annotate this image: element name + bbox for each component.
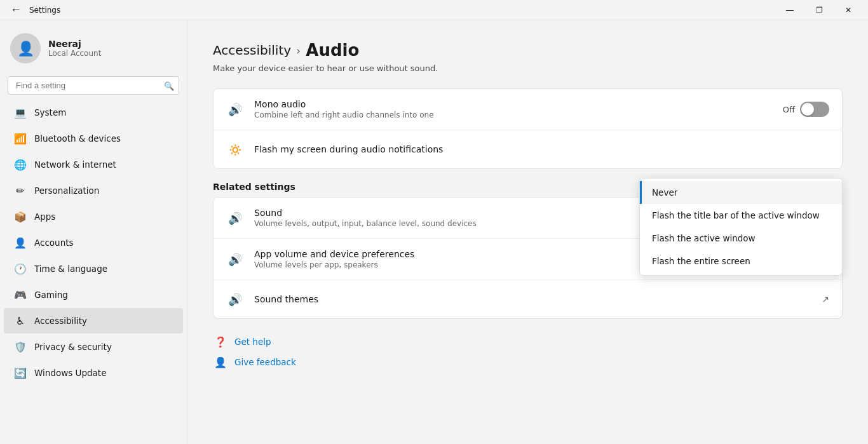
nav-icon-gaming: 🎮 (14, 288, 27, 301)
search-box[interactable]: 🔍 (8, 76, 179, 95)
sidebar-item-privacy[interactable]: 🛡️ Privacy & security (4, 334, 183, 360)
nav-icon-personalization: ✏️ (14, 184, 27, 197)
user-name: Neeraj (48, 39, 101, 49)
dropdown-item-flash-title[interactable]: Flash the title bar of the active window (640, 204, 842, 227)
nav-label-system: System (34, 107, 66, 118)
nav-icon-accessibility: ♿ (14, 314, 27, 327)
toggle-thumb (801, 103, 814, 116)
avatar: 👤 (10, 33, 41, 64)
nav-label-personalization: Personalization (34, 185, 99, 196)
dropdown-item-flash-window[interactable]: Flash the active window (640, 227, 842, 250)
sound-themes-external-icon: ↗ (822, 294, 829, 304)
sidebar-item-apps[interactable]: 📦 Apps (4, 204, 183, 229)
dropdown-item-flash-screen[interactable]: Flash the entire screen (640, 250, 842, 272)
sidebar-item-accounts[interactable]: 👤 Accounts (4, 230, 183, 255)
maximize-button[interactable]: ❐ (804, 0, 834, 20)
user-type: Local Account (48, 49, 101, 58)
mono-audio-icon: 🔊 (226, 100, 244, 118)
user-info: Neeraj Local Account (48, 39, 101, 58)
nav-label-accounts: Accounts (34, 238, 74, 248)
dropdown-item-never[interactable]: Never (640, 181, 842, 204)
sidebar-nav: 💻 System 📶 Bluetooth & devices 🌐 Network… (0, 100, 187, 386)
sidebar-item-bluetooth[interactable]: 📶 Bluetooth & devices (4, 126, 183, 151)
search-icon: 🔍 (164, 81, 174, 90)
nav-icon-time: 🕐 (14, 262, 27, 275)
sound-themes-row[interactable]: 🔊 Sound themes ↗ (214, 280, 842, 318)
user-section[interactable]: 👤 Neeraj Local Account (0, 25, 187, 74)
sidebar-item-personalization[interactable]: ✏️ Personalization (4, 178, 183, 203)
footer-links: ❓ Get help 👤 Give feedback (213, 334, 843, 370)
nav-label-privacy: Privacy & security (34, 342, 112, 352)
breadcrumb-current: Audio (306, 41, 359, 60)
title-bar-title: Settings (29, 6, 60, 15)
page-subtitle: Make your device easier to hear or use w… (213, 64, 843, 73)
close-button[interactable]: ✕ (834, 0, 863, 20)
app-body: 👤 Neeraj Local Account 🔍 💻 System 📶 Blue… (0, 20, 868, 444)
mono-audio-text: Mono audio Combine left and right audio … (254, 99, 773, 119)
nav-icon-system: 💻 (14, 106, 27, 119)
flash-dropdown: NeverFlash the title bar of the active w… (639, 178, 843, 276)
mono-audio-title: Mono audio (254, 99, 773, 109)
mono-audio-toggle[interactable] (800, 102, 829, 117)
nav-icon-bluetooth: 📶 (14, 132, 27, 145)
get-help-icon: ❓ (213, 334, 228, 349)
nav-label-bluetooth: Bluetooth & devices (34, 133, 121, 144)
app-volume-icon: 🔊 (226, 250, 244, 268)
breadcrumb: Accessibility › Audio (213, 41, 843, 60)
get-help-label: Get help (234, 337, 271, 347)
breadcrumb-separator: › (296, 44, 301, 57)
nav-label-network: Network & internet (34, 159, 116, 170)
nav-label-apps: Apps (34, 212, 55, 222)
sidebar-item-gaming[interactable]: 🎮 Gaming (4, 282, 183, 307)
mono-audio-subtitle: Combine left and right audio channels in… (254, 111, 773, 119)
flash-screen-text: Flash my screen during audio notificatio… (254, 144, 829, 154)
nav-label-update: Windows Update (34, 368, 106, 378)
sidebar: 👤 Neeraj Local Account 🔍 💻 System 📶 Blue… (0, 20, 187, 444)
search-input[interactable] (8, 76, 179, 95)
nav-label-time: Time & language (34, 264, 107, 274)
give-feedback-label: Give feedback (234, 357, 296, 367)
nav-icon-update: 🔄 (14, 367, 27, 379)
nav-icon-apps: 📦 (14, 210, 27, 223)
main-settings-card: 🔊 Mono audio Combine left and right audi… (213, 88, 843, 169)
sidebar-item-accessibility[interactable]: ♿ Accessibility (4, 308, 183, 333)
flash-screen-title: Flash my screen during audio notificatio… (254, 144, 829, 154)
mono-audio-toggle-label: Off (783, 105, 795, 114)
sound-themes-text: Sound themes (254, 294, 811, 304)
sound-icon: 🔊 (226, 209, 244, 227)
give-feedback-link[interactable]: 👤 Give feedback (213, 354, 843, 370)
sidebar-item-network[interactable]: 🌐 Network & internet (4, 152, 183, 177)
title-bar: ← Settings — ❐ ✕ (0, 0, 868, 20)
sound-themes-title: Sound themes (254, 294, 811, 304)
title-bar-left: ← Settings (8, 2, 60, 18)
title-bar-controls: — ❐ ✕ (775, 0, 863, 20)
minimize-button[interactable]: — (775, 0, 804, 20)
back-button[interactable]: ← (8, 2, 24, 18)
nav-icon-privacy: 🛡️ (14, 340, 27, 353)
sound-themes-icon: 🔊 (226, 290, 244, 308)
mono-audio-toggle-container: Off (783, 102, 829, 117)
nav-icon-accounts: 👤 (14, 236, 27, 249)
flash-screen-row[interactable]: 🔅 Flash my screen during audio notificat… (214, 130, 842, 168)
nav-icon-network: 🌐 (14, 158, 27, 171)
sidebar-item-system[interactable]: 💻 System (4, 100, 183, 125)
nav-label-gaming: Gaming (34, 290, 68, 300)
mono-audio-row: 🔊 Mono audio Combine left and right audi… (214, 89, 842, 130)
main-content: Accessibility › Audio Make your device e… (187, 20, 868, 444)
nav-label-accessibility: Accessibility (34, 316, 87, 326)
breadcrumb-parent[interactable]: Accessibility (213, 43, 291, 58)
sidebar-item-time[interactable]: 🕐 Time & language (4, 256, 183, 281)
sidebar-item-update[interactable]: 🔄 Windows Update (4, 360, 183, 386)
give-feedback-icon: 👤 (213, 354, 228, 370)
flash-screen-icon: 🔅 (226, 140, 244, 158)
get-help-link[interactable]: ❓ Get help (213, 334, 843, 349)
